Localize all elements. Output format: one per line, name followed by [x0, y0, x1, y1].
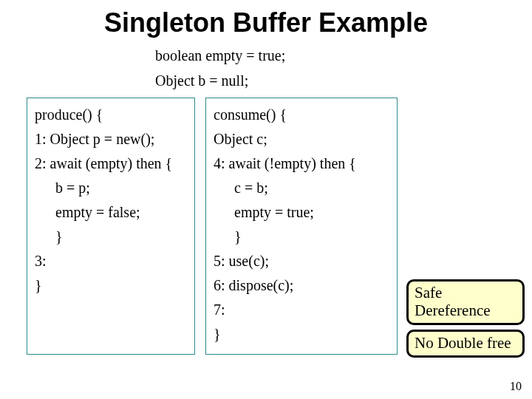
- code-line: 3:: [35, 249, 187, 273]
- slide-title: Singleton Buffer Example: [0, 0, 532, 43]
- code-line: 2: await (empty) then {: [35, 151, 187, 176]
- code-line: b = p;: [35, 176, 187, 200]
- code-line: 7:: [214, 298, 389, 322]
- code-line: empty = false;: [35, 200, 187, 225]
- callout-safe-deref: Safe Dereference: [406, 279, 525, 325]
- produce-box: produce() { 1: Object p = new(); 2: awai…: [27, 98, 195, 355]
- code-line: 6: dispose(c);: [214, 273, 389, 298]
- consume-box: consume() { Object c; 4: await (!empty) …: [205, 98, 398, 355]
- callout-no-double-free: No Double free: [406, 330, 525, 358]
- code-line: }: [35, 273, 187, 298]
- code-line: produce() {: [35, 103, 187, 127]
- code-line: }: [214, 322, 389, 347]
- code-line: }: [35, 225, 187, 249]
- code-line: c = b;: [214, 176, 389, 200]
- code-line: Object c;: [214, 127, 389, 151]
- code-line: consume() {: [214, 103, 389, 127]
- decl-line: Object b = null;: [155, 68, 532, 93]
- declarations: boolean empty = true; Object b = null;: [0, 43, 532, 93]
- code-line: 5: use(c);: [214, 249, 389, 273]
- code-line: 4: await (!empty) then {: [214, 151, 389, 176]
- code-line: empty = true;: [214, 200, 389, 225]
- page-number: 10: [510, 380, 522, 393]
- annotations: Safe Dereference No Double free: [406, 279, 525, 358]
- decl-line: boolean empty = true;: [155, 43, 532, 68]
- code-line: 1: Object p = new();: [35, 127, 187, 151]
- code-line: }: [214, 225, 389, 249]
